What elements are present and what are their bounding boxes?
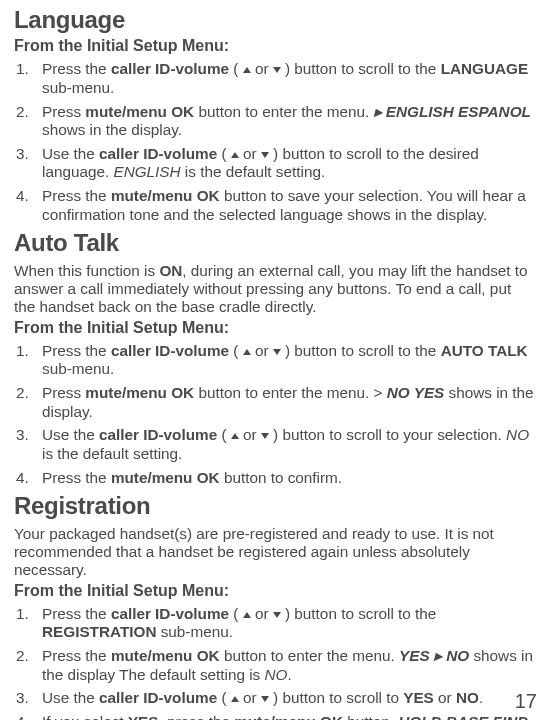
arrow-up-icon	[243, 349, 251, 355]
list-item: Press mute/menu OK button to enter the m…	[14, 384, 535, 421]
arrow-down-icon	[261, 696, 269, 702]
arrow-up-icon	[231, 696, 239, 702]
list-item: Use the caller ID-volume ( or ) button t…	[14, 426, 535, 463]
section-heading-language: Language	[14, 6, 535, 34]
arrow-down-icon	[273, 612, 281, 618]
section-heading-registration: Registration	[14, 492, 535, 520]
registration-intro: Your packaged handset(s) are pre-registe…	[14, 525, 535, 579]
page-number: 17	[515, 690, 537, 714]
list-item: Press the caller ID-volume ( or ) button…	[14, 60, 535, 97]
arrow-up-icon	[231, 152, 239, 158]
arrow-down-icon	[273, 349, 281, 355]
list-item: Press mute/menu OK button to enter the m…	[14, 103, 535, 140]
list-item: Press the caller ID-volume ( or ) button…	[14, 605, 535, 642]
section-heading-autotalk: Auto Talk	[14, 229, 535, 257]
registration-steps: Press the caller ID-volume ( or ) button…	[14, 605, 535, 720]
arrow-up-icon	[231, 433, 239, 439]
list-item: Press the mute/menu OK button to confirm…	[14, 469, 535, 488]
list-item: Press the caller ID-volume ( or ) button…	[14, 342, 535, 379]
list-item: Use the caller ID-volume ( or ) button t…	[14, 145, 535, 182]
arrow-down-icon	[261, 152, 269, 158]
subheading: From the Initial Setup Menu:	[14, 319, 535, 338]
arrow-down-icon	[261, 433, 269, 439]
list-item: Press the mute/menu OK button to save yo…	[14, 187, 535, 224]
arrow-down-icon	[273, 67, 281, 73]
arrow-up-icon	[243, 67, 251, 73]
autotalk-steps: Press the caller ID-volume ( or ) button…	[14, 342, 535, 488]
language-steps: Press the caller ID-volume ( or ) button…	[14, 60, 535, 224]
list-item: If you select YES, press the mute/menu O…	[14, 713, 535, 720]
autotalk-intro: When this function is ON, during an exte…	[14, 262, 535, 316]
subheading: From the Initial Setup Menu:	[14, 37, 535, 56]
list-item: Use the caller ID-volume ( or ) button t…	[14, 689, 535, 708]
list-item: Press the mute/menu OK button to enter t…	[14, 647, 535, 684]
subheading: From the Initial Setup Menu:	[14, 582, 535, 601]
arrow-up-icon	[243, 612, 251, 618]
